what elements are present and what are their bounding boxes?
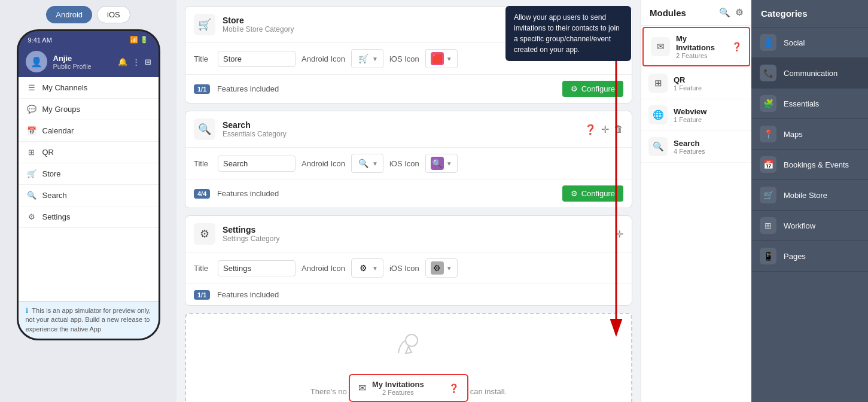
store-features-text: Features included — [217, 84, 279, 93]
webview-list-title: Webview — [674, 107, 744, 116]
invitations-drop-card: ✉ My Invitations 2 Features ❓ — [349, 374, 468, 402]
qr-list-title: QR — [674, 75, 744, 84]
settings-module-actions: ✛ — [616, 229, 623, 240]
svg-point-0 — [406, 334, 418, 346]
nav-label-settings: Settings — [42, 212, 71, 221]
inv-help-icon[interactable]: ❓ — [449, 383, 459, 393]
search-title-row: Title Android Icon 🔍 ▼ iOS Icon 🔍 ▼ — [194, 154, 623, 173]
qr-list-info: QR 1 Feature — [674, 75, 744, 92]
category-item-essentials[interactable]: 🧩 Essentials — [751, 89, 868, 119]
nav-item-qr[interactable]: ⊞ QR — [19, 142, 159, 163]
settings-modules-icon[interactable]: ⚙ — [735, 7, 743, 18]
grid-icon: ⊞ — [145, 57, 151, 66]
category-item-bookings[interactable]: 📅 Bookings & Events — [751, 150, 868, 180]
chevron-down-icon-5: ▼ — [372, 265, 378, 272]
nav-label-search: Search — [42, 191, 67, 200]
search-module-info: Search Essentials Category — [223, 120, 577, 138]
store-configure-button[interactable]: ⚙ Configure — [562, 81, 623, 97]
search-title-input[interactable] — [218, 156, 296, 172]
channels-icon: ☰ — [27, 83, 36, 92]
search-ios-icon-preview: 🔍 — [431, 157, 444, 170]
search-features-text: Features included — [217, 189, 279, 198]
category-item-workflow[interactable]: ⊞ Workflow — [751, 211, 868, 241]
settings-icon: ⚙ — [27, 212, 36, 221]
qr-icon: ⊞ — [27, 148, 36, 157]
store-ios-icon-selector[interactable]: 🟥 ▼ — [425, 49, 458, 68]
nav-item-search[interactable]: 🔍 Search — [19, 185, 159, 206]
settings-card-body: Title Android Icon ⚙ ▼ iOS Icon ⚙ ▼ — [185, 252, 632, 284]
category-item-communication[interactable]: 📞 Communication — [751, 58, 868, 89]
configure-label-search: Configure — [581, 189, 615, 198]
nav-item-calendar[interactable]: 📅 Calendar — [19, 120, 159, 142]
drop-zone[interactable]: Drop items here There's no limit to the … — [185, 313, 632, 402]
chevron-down-icon-6: ▼ — [446, 265, 452, 272]
nav-item-channels[interactable]: ☰ My Channels — [19, 77, 159, 99]
maps-icon: 📍 — [760, 126, 776, 142]
chevron-down-icon-2: ▼ — [446, 56, 452, 62]
settings-ios-icon-label: iOS Icon — [389, 264, 419, 273]
settings-android-icon-label: Android Icon — [301, 264, 345, 273]
store-title-input[interactable] — [218, 51, 296, 67]
search-ios-icon-label: iOS Icon — [389, 159, 419, 168]
settings-features-info: 1/1 Features included — [194, 290, 279, 299]
nav-label-store: Store — [42, 169, 61, 178]
delete-icon-search[interactable]: 🗑 — [614, 124, 623, 135]
category-item-pages[interactable]: 📱 Pages — [751, 241, 868, 272]
category-item-mobile-store[interactable]: 🛒 Mobile Store — [751, 180, 868, 211]
invitations-help-icon[interactable]: ❓ — [732, 42, 742, 51]
chevron-down-icon-4: ▼ — [446, 160, 452, 167]
search-card-body: Title Android Icon 🔍 ▼ iOS Icon 🔍 ▼ — [185, 147, 632, 179]
essentials-label: Essentials — [784, 99, 819, 108]
search-features-info: 4/4 Features included — [194, 189, 279, 198]
search-configure-button[interactable]: ⚙ Configure — [562, 185, 623, 202]
settings-android-icon-selector[interactable]: ⚙ ▼ — [351, 258, 383, 278]
category-item-maps[interactable]: 📍 Maps — [751, 119, 868, 150]
search-ios-icon-selector[interactable]: 🔍 ▼ — [425, 154, 458, 173]
chevron-down-icon: ▼ — [372, 56, 378, 62]
settings-title-input[interactable] — [218, 260, 296, 276]
webview-list-icon: 🌐 — [648, 105, 668, 124]
menu-icon: ⋮ — [132, 57, 140, 66]
search-features-row: 4/4 Features included ⚙ Configure — [185, 179, 632, 208]
module-list-item-qr[interactable]: ⊞ QR 1 Feature — [641, 68, 751, 99]
store-ios-icon-label: iOS Icon — [389, 54, 419, 63]
phone-user-role: Public Profile — [53, 63, 112, 70]
move-icon-search[interactable]: ✛ — [601, 124, 609, 135]
settings-module-icon: ⚙ — [194, 223, 215, 245]
communication-icon: 📞 — [760, 65, 776, 81]
module-list-item-webview[interactable]: 🌐 Webview 1 Feature — [641, 99, 751, 131]
settings-title-label: Title — [194, 264, 212, 273]
ios-button[interactable]: iOS — [97, 6, 130, 23]
nav-item-store[interactable]: 🛒 Store — [19, 163, 159, 185]
settings-ios-icon-selector[interactable]: ⚙ ▼ — [425, 258, 458, 278]
move-icon-settings[interactable]: ✛ — [616, 229, 623, 240]
nav-item-settings[interactable]: ⚙ Settings — [19, 206, 159, 228]
search-features-badge: 4/4 — [194, 189, 210, 199]
invitations-list-icon: ✉ — [651, 37, 670, 56]
nav-item-groups[interactable]: 💬 My Groups — [19, 99, 159, 120]
phone-nav: ☰ My Channels 💬 My Groups 📅 Calendar ⊞ Q… — [19, 77, 159, 301]
search-android-icon-selector[interactable]: 🔍 ▼ — [351, 154, 383, 173]
search-modules-icon[interactable]: 🔍 — [719, 7, 730, 18]
module-list-item-invitations[interactable]: ✉ My Invitations 2 Features ❓ — [642, 27, 750, 66]
phone-panel: Android iOS 9:41 AM 📶 🔋 👤 Anjie Public P… — [0, 0, 176, 402]
module-list-item-search[interactable]: 🔍 Search 4 Features — [641, 131, 751, 163]
settings-ios-icon-preview: ⚙ — [431, 261, 444, 275]
invitations-list-sub: 2 Features — [676, 52, 726, 59]
nav-label-channels: My Channels — [42, 83, 88, 92]
help-icon-search[interactable]: ❓ — [584, 124, 596, 135]
settings-card-header: ⚙ Settings Settings Category ✛ — [185, 216, 632, 252]
android-button[interactable]: Android — [46, 6, 92, 23]
categories-panel: Categories 👤 Social 📞 Communication 🧩 Es… — [751, 0, 868, 402]
category-item-social[interactable]: 👤 Social — [751, 28, 868, 58]
main-panel: Allow your app users to send invitations… — [176, 0, 641, 402]
settings-module-title: Settings — [223, 225, 608, 234]
phone-header-icons: 🔔 ⋮ ⊞ — [118, 57, 151, 66]
phone-user-name: Anjie — [53, 54, 112, 63]
store-android-icon-selector[interactable]: 🛒 ▼ — [351, 49, 383, 68]
inv-title: My Invitations — [372, 380, 424, 389]
tooltip-text: Allow your app users to send invitations… — [514, 13, 620, 54]
gear-icon-search: ⚙ — [571, 189, 578, 198]
mobile-store-icon: 🛒 — [760, 187, 776, 203]
drop-zone-icon — [204, 332, 613, 367]
